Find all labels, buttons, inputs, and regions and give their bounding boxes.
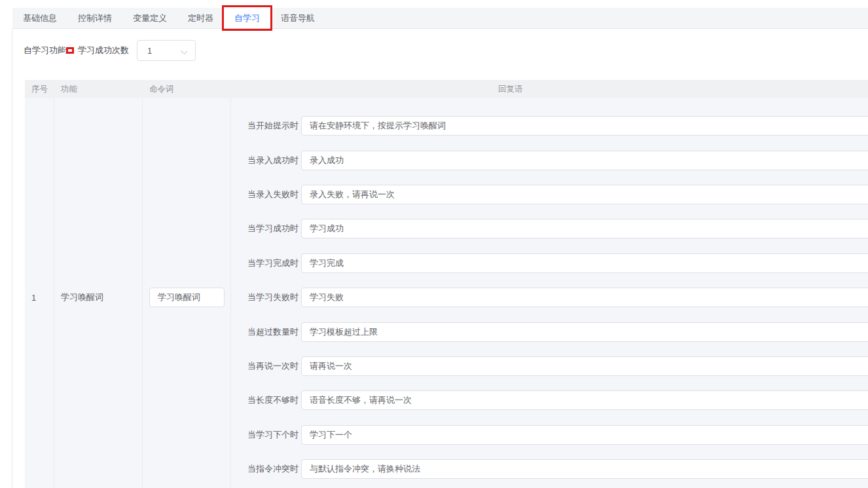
reply-input[interactable] [301,151,868,170]
command-word-input[interactable] [149,288,225,307]
reply-row: 当指令冲突时 [247,452,868,486]
reply-input[interactable] [301,322,868,342]
tab-voice-navigation[interactable]: 语音导航 [270,8,325,28]
reply-input[interactable] [301,425,868,445]
reply-row: 当长度不够时 [247,383,868,417]
reply-condition-label: 当长度不够时 [247,394,301,406]
reply-condition-label: 当指令冲突时 [247,463,301,475]
success-count-select[interactable]: 1 [137,40,196,61]
reply-input[interactable] [301,356,868,376]
reply-row: 当超过数量时 [247,314,868,348]
reply-condition-label: 当录入成功时 [247,155,301,166]
annotation-box-active-tab [222,5,272,31]
reply-condition-label: 当录入失败时 [247,189,301,200]
self-learning-controls: 自学习功能 学习成功次数 1 [24,40,196,61]
self-learning-table: 序号 功能 命令词 回复语 1 学习唤醒词 当开始提示时当录入成功时当录入失败时… [25,80,868,488]
chevron-down-icon [181,48,187,54]
header-function: 功能 [54,84,143,95]
reply-input[interactable] [301,253,868,273]
reply-input[interactable] [301,390,868,410]
tab-variable-definition[interactable]: 变量定义 [122,8,177,28]
tab-control-detail[interactable]: 控制详情 [67,8,122,28]
reply-input[interactable] [301,219,868,238]
reply-condition-label: 当超过数量时 [247,326,301,338]
row-command-cell [143,98,231,488]
header-reply-label: 回复语 [498,84,523,95]
row-replies-cell: 当开始提示时当录入成功时当录入失败时当学习成功时当学习完成时当学习失败时当超过数… [231,98,868,488]
reply-row: 当学习失败时 [247,280,868,314]
reply-condition-label: 当学习下个时 [247,429,301,441]
tab-timer[interactable]: 定时器 [177,8,224,28]
reply-row: 当再说一次时 [247,349,868,383]
content-left-divider [12,29,12,488]
reply-input[interactable] [301,288,868,307]
success-count-value: 1 [137,46,181,56]
reply-row: 当学习成功时 [247,212,868,246]
header-command: 命令词 [143,84,231,95]
reply-condition-label: 当再说一次时 [247,360,301,372]
table-header: 序号 功能 命令词 回复语 [25,80,868,98]
reply-row: 当学习完成时 [247,246,868,280]
reply-input[interactable] [301,116,868,136]
reply-condition-label: 当学习完成时 [247,257,301,269]
success-count-label: 学习成功次数 [78,45,129,56]
row-function-cell: 学习唤醒词 [54,98,143,488]
reply-condition-label: 当开始提示时 [247,120,301,132]
tab-bar: 基础信息控制详情变量定义定时器自学习语音导航 [12,8,868,29]
reply-condition-label: 当学习成功时 [247,223,301,235]
toggle-knob-icon [56,52,69,65]
reply-input[interactable] [301,185,868,204]
tab-basic-info[interactable]: 基础信息 [12,8,67,28]
annotation-box-toggle [66,47,74,54]
reply-condition-label: 当学习失败时 [247,291,301,303]
tab-self-learning[interactable]: 自学习 [224,8,270,28]
reply-row: 当录入成功时 [247,143,868,177]
reply-input[interactable] [301,459,868,479]
row-index-cell: 1 [25,98,54,488]
reply-row: 当学习下个时 [247,418,868,452]
reply-row: 当开始提示时 [247,109,868,143]
header-index: 序号 [25,84,54,95]
table-row: 1 学习唤醒词 当开始提示时当录入成功时当录入失败时当学习成功时当学习完成时当学… [25,98,868,488]
reply-row: 当录入失败时 [247,178,868,212]
